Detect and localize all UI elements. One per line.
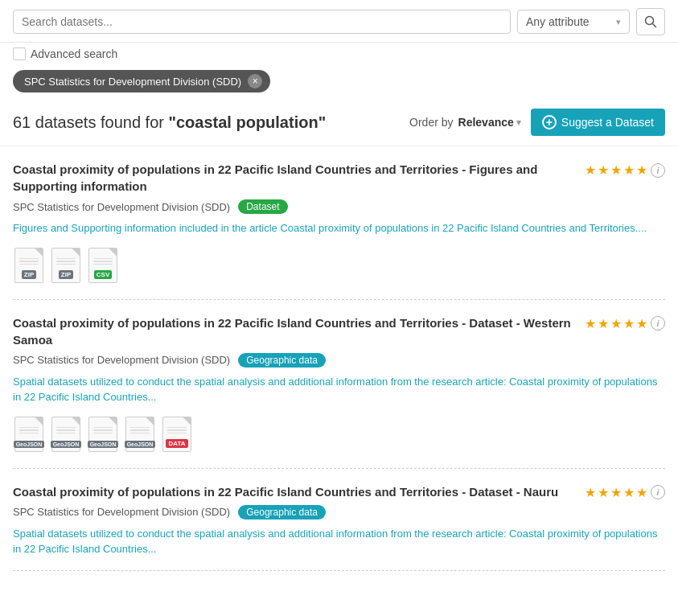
search-icon [644, 15, 657, 28]
star-3: ★ [610, 485, 622, 500]
file-icon[interactable]: GeoJSON [13, 417, 45, 455]
result-item: Coastal proximity of populations in 22 P… [13, 146, 665, 300]
result-description: Spatial datasets utilized to conduct the… [13, 526, 665, 557]
file-format-label: DATA [166, 439, 187, 448]
filter-tag-label: SPC Statistics for Development Division … [24, 76, 241, 88]
plus-circle-icon: + [542, 115, 557, 129]
result-badge[interactable]: Dataset [238, 199, 287, 214]
file-icon[interactable]: CSV [87, 248, 119, 286]
star-2: ★ [598, 316, 609, 331]
result-title-row: Coastal proximity of populations in 22 P… [13, 483, 665, 500]
result-item: Coastal proximity of populations in 22 P… [13, 469, 665, 571]
star-4: ★ [623, 162, 635, 178]
star-2: ★ [598, 485, 609, 500]
result-org: SPC Statistics for Development Division … [13, 506, 230, 518]
file-icon[interactable]: GeoJSON [50, 417, 82, 455]
order-chevron-icon: ▾ [516, 117, 521, 128]
result-org: SPC Statistics for Development Division … [13, 354, 230, 366]
star-5: ★ [636, 162, 647, 178]
order-by-dropdown[interactable]: Relevance ▾ [458, 116, 521, 129]
result-stars-wrap: ★ ★ ★ ★ ★ i [585, 485, 665, 500]
file-icon[interactable]: ZIP [50, 248, 82, 286]
search-input[interactable] [22, 15, 502, 28]
result-meta: SPC Statistics for Development Division … [13, 199, 665, 214]
suggest-dataset-button[interactable]: + Suggest a Dataset [531, 109, 665, 136]
search-input-wrap[interactable] [13, 10, 511, 34]
attribute-label: Any attribute [526, 15, 590, 28]
advanced-search-label[interactable]: Advanced search [31, 47, 117, 60]
order-by-label: Order by [409, 116, 453, 129]
star-rating: ★ ★ ★ ★ ★ [585, 316, 647, 331]
rating-info-icon[interactable]: i [651, 163, 665, 178]
file-format-label: GeoJSON [14, 441, 45, 448]
file-icon[interactable]: ZIP [13, 248, 45, 286]
result-stars-wrap: ★ ★ ★ ★ ★ i [585, 162, 665, 178]
result-title[interactable]: Coastal proximity of populations in 22 P… [13, 161, 578, 195]
result-title-row: Coastal proximity of populations in 22 P… [13, 314, 665, 348]
result-stars-wrap: ★ ★ ★ ★ ★ i [585, 316, 665, 331]
star-5: ★ [636, 485, 647, 500]
results-count: 61 datasets found for "coastal populatio… [13, 113, 326, 132]
attribute-dropdown[interactable]: Any attribute ▾ [517, 10, 630, 34]
file-format-label: ZIP [22, 270, 36, 279]
star-3: ★ [610, 162, 622, 178]
result-title[interactable]: Coastal proximity of populations in 22 P… [13, 314, 578, 348]
suggest-button-label: Suggest a Dataset [561, 116, 654, 129]
svg-line-1 [653, 24, 656, 27]
file-icon[interactable]: DATA [161, 417, 193, 455]
results-header: 61 datasets found for "coastal populatio… [0, 101, 678, 146]
search-button[interactable] [636, 8, 665, 35]
file-icons-row: ZIP ZIP CSV [13, 248, 665, 286]
active-filter-tag: SPC Statistics for Development Division … [13, 70, 270, 92]
result-title[interactable]: Coastal proximity of populations in 22 P… [13, 483, 578, 500]
star-3: ★ [610, 316, 622, 331]
result-org: SPC Statistics for Development Division … [13, 201, 230, 213]
star-rating: ★ ★ ★ ★ ★ [585, 485, 647, 500]
star-rating: ★ ★ ★ ★ ★ [585, 162, 647, 178]
search-header: Any attribute ▾ [0, 0, 678, 43]
advanced-search-row: Advanced search [0, 43, 678, 67]
result-title-row: Coastal proximity of populations in 22 P… [13, 161, 665, 195]
result-badge[interactable]: Geographic data [238, 505, 326, 519]
result-description: Spatial datasets utilized to conduct the… [13, 374, 665, 405]
advanced-search-checkbox[interactable] [13, 47, 26, 60]
order-by-value: Relevance [458, 116, 514, 129]
file-format-label: GeoJSON [51, 441, 82, 448]
result-meta: SPC Statistics for Development Division … [13, 505, 665, 519]
file-format-label: CSV [94, 270, 112, 279]
order-by-wrap: Order by Relevance ▾ [409, 116, 521, 129]
filter-tags-area: SPC Statistics for Development Division … [0, 67, 678, 101]
file-format-label: GeoJSON [125, 441, 156, 448]
file-format-label: ZIP [59, 270, 73, 279]
chevron-down-icon: ▾ [616, 17, 621, 27]
star-1: ★ [585, 316, 596, 331]
count-number: 61 datasets found for [13, 113, 164, 131]
result-meta: SPC Statistics for Development Division … [13, 353, 665, 368]
star-1: ★ [585, 485, 596, 500]
search-query: "coastal population" [168, 113, 326, 131]
result-badge[interactable]: Geographic data [238, 353, 326, 368]
rating-info-icon[interactable]: i [651, 485, 665, 499]
filter-tag-close-button[interactable]: × [248, 74, 262, 88]
star-4: ★ [623, 316, 635, 331]
file-format-label: GeoJSON [88, 441, 119, 448]
star-4: ★ [623, 485, 635, 500]
search-row: Any attribute ▾ [13, 8, 665, 35]
results-list: Coastal proximity of populations in 22 P… [0, 146, 678, 571]
star-1: ★ [585, 162, 596, 178]
rating-info-icon[interactable]: i [651, 316, 665, 331]
result-item: Coastal proximity of populations in 22 P… [13, 300, 665, 469]
file-icon[interactable]: GeoJSON [87, 417, 119, 455]
file-icons-row: GeoJSON GeoJSON GeoJSON [13, 417, 665, 455]
file-icon[interactable]: GeoJSON [124, 417, 156, 455]
star-2: ★ [598, 162, 609, 178]
result-description: Figures and Supporting information inclu… [13, 220, 665, 236]
star-5: ★ [636, 316, 647, 331]
